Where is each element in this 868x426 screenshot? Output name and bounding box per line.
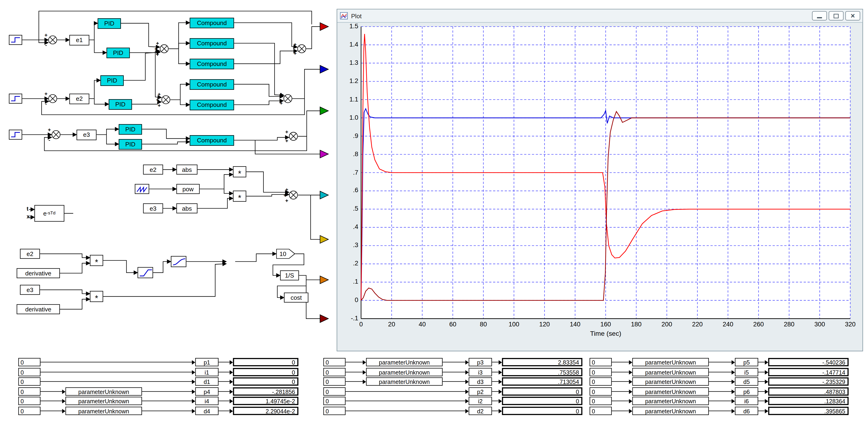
parameter-unknown-block[interactable]: parameterUnknown [366,358,442,366]
variable-block-p5[interactable]: p5 [735,358,758,366]
display-block-d5[interactable]: -.235329 [768,378,848,386]
compound-3[interactable]: Compound [190,59,234,69]
display-block-p2[interactable]: 0 [502,387,583,396]
const-block[interactable]: 0 [323,397,346,405]
integrator-1[interactable]: 1/S [280,270,299,281]
var-e3-b[interactable]: e3 [143,203,163,214]
step-1[interactable] [9,35,22,45]
cost[interactable]: cost [284,293,308,302]
compound-5[interactable]: Compound [190,100,234,110]
var-e2[interactable]: e2 [69,94,89,104]
parameter-unknown-block[interactable]: parameterUnknown [632,378,709,386]
mult-4[interactable]: * [90,291,103,302]
pid-5[interactable]: PID [119,124,142,135]
display-block-p4[interactable]: -.281856 [233,387,299,396]
parameter-unknown-block[interactable]: parameterUnknown [632,407,709,415]
display-block-d6[interactable]: .395865 [768,407,848,415]
display-block-i4[interactable]: 1.49745e-2 [233,397,299,405]
compound-1[interactable]: Compound [190,18,234,28]
pow-1[interactable]: pow [177,184,200,194]
sum-7[interactable]: +- [52,130,60,139]
display-block-i1[interactable]: 0 [233,368,299,376]
gain-10[interactable]: 10 [276,249,295,259]
pid-1[interactable]: PID [98,18,121,29]
display-block-i3[interactable]: .753558 [502,368,583,376]
parameter-unknown-block[interactable]: parameterUnknown [632,397,709,405]
saw-1[interactable] [135,184,149,194]
const-block[interactable]: 0 [18,407,40,415]
variable-block-d2[interactable]: d2 [469,407,492,415]
pid-4[interactable]: PID [109,99,132,110]
variable-block-d5[interactable]: d5 [735,378,758,386]
display-block-p5[interactable]: -.540236 [768,358,848,366]
variable-block-p4[interactable]: p4 [195,387,219,396]
parameter-unknown-block[interactable]: parameterUnknown [366,378,442,386]
const-block[interactable]: 0 [18,397,40,405]
display-block-d2[interactable]: 0 [502,407,583,415]
const-block[interactable]: 0 [590,368,612,376]
const-block[interactable]: 0 [590,407,612,415]
variable-block-p6[interactable]: p6 [735,387,758,396]
sum-2[interactable]: +++ [160,44,169,53]
display-block-p1[interactable]: 0 [233,358,299,366]
sum-5[interactable]: +++ [161,95,170,104]
const-block[interactable]: 0 [590,358,612,366]
plot-window-titlebar[interactable]: Plot × [337,9,862,23]
abs-2[interactable]: abs [177,203,197,214]
display-block-d1[interactable]: 0 [233,378,299,386]
const-block[interactable]: 0 [590,378,612,386]
const-block[interactable]: 0 [323,358,346,366]
var-e3[interactable]: e3 [76,130,96,140]
display-block-i5[interactable]: -.147714 [768,368,848,376]
parameter-unknown-block[interactable]: parameterUnknown [65,397,142,405]
step-3[interactable] [9,130,22,140]
var-e2-b[interactable]: e2 [143,165,163,175]
parameter-unknown-block[interactable]: parameterUnknown [632,387,709,396]
step-2[interactable] [9,94,22,104]
minimize-button[interactable] [812,11,827,20]
sum-9[interactable]: +++ [289,191,298,199]
mult-2[interactable]: * [233,191,246,201]
const-block[interactable]: 0 [323,407,346,415]
display-block-i2[interactable]: 0 [502,397,583,405]
parameter-unknown-block[interactable]: parameterUnknown [65,387,142,396]
sum-1[interactable]: +- [48,36,57,44]
abs-1[interactable]: abs [177,165,197,175]
limit-2[interactable] [171,256,186,267]
const-block[interactable]: 0 [323,387,346,396]
display-block-p6[interactable]: .487803 [768,387,848,396]
variable-block-i4[interactable]: i4 [195,397,219,405]
variable-block-i3[interactable]: i3 [469,368,492,376]
variable-block-p2[interactable]: p2 [469,387,492,396]
variable-block-i1[interactable]: i1 [195,368,219,376]
parameter-unknown-block[interactable]: parameterUnknown [65,407,142,415]
var-e2-c[interactable]: e2 [20,249,40,259]
variable-block-p3[interactable]: p3 [469,358,492,366]
derivative-2[interactable]: derivative [17,304,60,314]
var-e1[interactable]: e1 [69,35,89,45]
sum-3[interactable]: ++ [297,44,306,53]
const-block[interactable]: 0 [18,378,40,386]
close-button[interactable]: × [845,11,860,20]
variable-block-p1[interactable]: p1 [195,358,219,366]
sum-4[interactable]: +- [48,94,57,103]
compound-4[interactable]: Compound [190,79,234,90]
variable-block-d1[interactable]: d1 [195,378,219,386]
derivative-1[interactable]: derivative [17,268,60,278]
variable-block-i6[interactable]: i6 [735,397,758,405]
delay-1[interactable]: e-sTd [34,205,64,222]
display-block-p3[interactable]: 2.83354 [502,358,583,366]
variable-block-d3[interactable]: d3 [469,378,492,386]
mult-3[interactable]: * [90,255,103,266]
pid-6[interactable]: PID [119,139,142,150]
pid-2[interactable]: PID [106,48,130,58]
variable-block-d6[interactable]: d6 [735,407,758,415]
const-block[interactable]: 0 [18,387,40,396]
const-block[interactable]: 0 [323,368,346,376]
variable-block-i2[interactable]: i2 [469,397,492,405]
parameter-unknown-block[interactable]: parameterUnknown [366,368,442,376]
display-block-d4[interactable]: 2.29044e-2 [233,407,299,415]
parameter-unknown-block[interactable]: parameterUnknown [632,368,709,376]
limit-1[interactable] [137,267,153,278]
parameter-unknown-block[interactable]: parameterUnknown [632,358,709,366]
